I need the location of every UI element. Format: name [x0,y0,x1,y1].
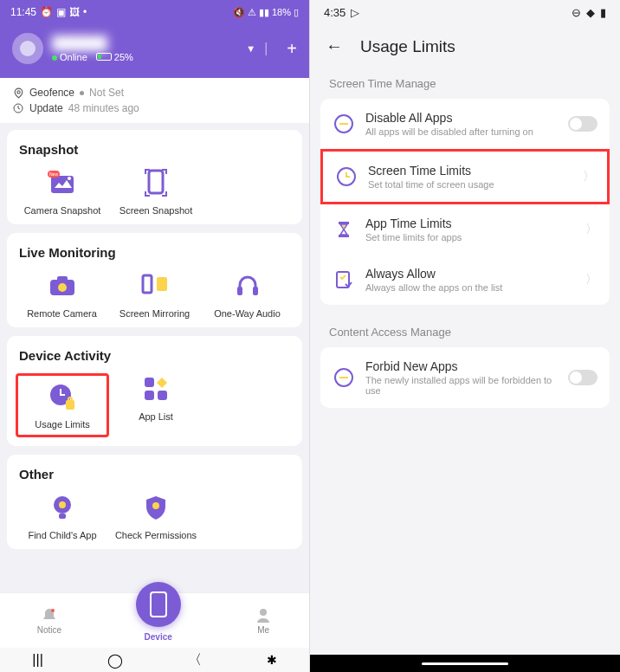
section-header: Screen Time Manage [310,72,620,99]
chevron-right-icon: 〉 [583,169,595,184]
remote-camera-item[interactable]: Remote Camera [16,270,108,319]
page-title: Usage Limits [360,37,455,56]
toggle-switch[interactable] [568,116,597,132]
app-list-item[interactable]: App List [109,373,203,437]
bell-icon [41,606,58,624]
app-time-limits-row[interactable]: App Time Limits Set time limits for apps… [320,204,610,255]
section-title: Snapshot [16,142,294,157]
content-access-card: Forbid New Apps The newly installed apps… [320,347,610,408]
shield-icon [145,494,167,520]
svg-rect-6 [149,171,163,193]
status-time: 4:35 [324,6,346,19]
clock-icon [12,102,24,114]
section-header: Content Access Manage [310,320,620,347]
alarm-icon: ⏰ [40,6,53,18]
camera-icon [48,275,76,297]
screen-mirroring-item[interactable]: Screen Mirroring [108,270,201,319]
play-store-icon: ▷ [351,6,359,19]
app-list-icon [143,376,169,402]
svg-rect-12 [237,287,242,295]
always-allow-row[interactable]: Always Allow Always allow the apps on th… [320,255,610,305]
svg-point-3 [68,177,71,180]
nav-me[interactable]: Me [255,606,272,635]
svg-rect-18 [158,391,167,400]
nav-notice[interactable]: Notice [37,606,61,635]
section-title: Other [16,467,294,481]
nav-device-icon [136,582,181,627]
page-header: ← Usage Limits [310,24,620,72]
geofence-label: Geofence [29,87,74,99]
back-arrow-icon[interactable]: ← [326,36,343,56]
screen-snapshot-item[interactable]: Screen Snapshot [109,167,203,216]
checklist-icon [333,268,355,291]
online-status: Online [60,52,87,62]
status-time: 11:45 [10,6,36,18]
battery-pct: 18% [272,7,291,17]
wifi-icon: ◆ [586,6,595,19]
usage-limits-icon [48,383,76,410]
right-phone: 4:35 ▷ ⊖ ◆ ▮ ← Usage Limits Screen Time … [310,0,620,672]
gallery-icon: 🖼 [69,6,80,18]
section-title: Live Monitoring [16,245,294,260]
screen-snapshot-icon [145,169,167,197]
mirror-icon [141,274,169,298]
recent-apps-button[interactable]: ||| [32,652,42,668]
bottom-nav: Notice Device Me [0,592,309,648]
svg-rect-10 [143,275,152,293]
mute-icon: 🔇 [233,7,245,18]
forbid-new-apps-row[interactable]: Forbid New Apps The newly installed apps… [320,347,610,408]
avatar[interactable] [12,33,43,64]
android-nav-bar: ||| ◯ 〈 ✱ [0,648,309,672]
chevron-right-icon: 〉 [585,272,597,288]
add-button[interactable]: + [287,39,297,59]
screen-time-limits-row[interactable]: Screen Time Limits Set total time of scr… [320,149,610,204]
signal-icon: ▮▮ [259,7,269,18]
divider: | [264,41,268,56]
forbid-icon [333,366,355,389]
one-way-audio-item[interactable]: One-Way Audio [201,270,294,319]
svg-rect-11 [157,277,167,291]
home-button[interactable]: ◯ [107,652,123,669]
home-indicator[interactable] [422,662,508,665]
geofence-value: Not Set [89,87,124,99]
hourglass-icon [333,218,355,241]
device-info-card: Geofence Not Set Update 48 minutes ago [0,78,309,123]
home-indicator-bar [310,655,620,672]
device-battery: 25% [96,52,133,62]
battery-icon: ▯ [294,7,299,18]
left-phone: 11:45 ⏰ ▣ 🖼 • 🔇 ⚠ ▮▮ 18% ▯ ██████ Online [0,0,310,672]
svg-rect-17 [145,378,154,387]
profile-header: ██████ Online 25% ▼ | + [0,24,309,78]
find-childs-app-item[interactable]: Find Child's App [16,492,109,540]
person-icon [255,606,272,624]
headphones-icon [235,273,261,299]
disable-icon [333,113,355,135]
more-icon: • [83,6,87,18]
svg-rect-27 [339,123,348,125]
status-bar: 11:45 ⏰ ▣ 🖼 • 🔇 ⚠ ▮▮ 18% ▯ [0,0,309,24]
wifi-off-icon: ⚠ [248,7,256,18]
screenshot-icon: ▣ [56,6,66,18]
check-permissions-item[interactable]: Check Permissions [109,492,203,540]
svg-rect-16 [68,397,72,402]
disable-all-apps-row[interactable]: Disable All Apps All apps will be disabl… [320,99,610,149]
accessibility-button[interactable]: ✱ [267,653,277,667]
update-label: Update [29,102,63,114]
section-title: Device Activity [16,348,294,363]
svg-rect-33 [339,377,348,378]
camera-snapshot-item[interactable]: New Camera Snapshot [16,167,109,216]
profile-dropdown-icon[interactable]: ▼ [246,43,255,54]
svg-rect-19 [145,391,154,400]
status-bar: 4:35 ▷ ⊖ ◆ ▮ [310,0,620,24]
battery-icon: ▮ [600,6,606,19]
toggle-switch[interactable] [568,370,597,385]
chevron-right-icon: 〉 [585,222,597,237]
back-button[interactable]: 〈 [188,651,202,669]
snapshot-section: Snapshot New Camera Snapshot Screen Snap… [7,130,302,224]
geofence-icon [12,87,24,99]
svg-rect-8 [57,276,68,281]
nav-device[interactable]: Device [136,599,181,642]
usage-limits-item[interactable]: Usage Limits [16,373,109,437]
svg-point-21 [59,501,66,508]
svg-point-0 [16,90,19,93]
